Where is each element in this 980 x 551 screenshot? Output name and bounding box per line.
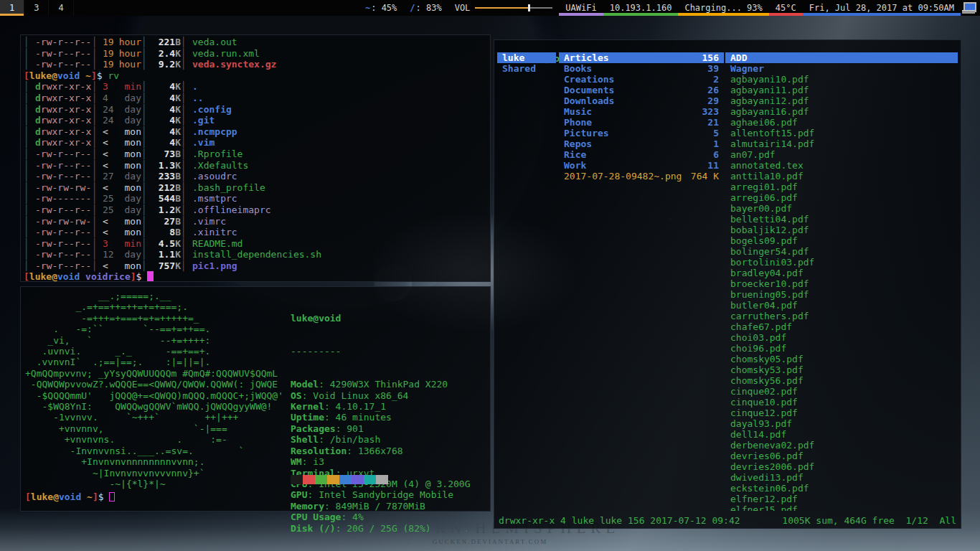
ranger-dir-row[interactable]: Articles156: [559, 52, 724, 63]
dir-name: Articles: [564, 52, 609, 63]
ranger-preview-file[interactable]: ADD: [725, 52, 958, 63]
ranger-preview-file[interactable]: an07.pdf: [725, 149, 958, 160]
ranger-preview-file[interactable]: devries06.pdf: [725, 451, 958, 461]
ranger-parent-item[interactable]: Shared: [497, 63, 556, 74]
ranger-preview-file[interactable]: chomsky56.pdf: [725, 375, 958, 386]
ranger-preview-file[interactable]: agbayani11.pdf: [725, 85, 958, 95]
ranger-preview-file[interactable]: chomsky05.pdf: [725, 354, 958, 364]
ranger-preview-file[interactable]: anttila10.pdf: [725, 171, 958, 182]
workspace-button-3[interactable]: 3: [24, 0, 49, 16]
ranger-dir-row[interactable]: Books39: [559, 63, 724, 74]
workspace-button-1[interactable]: 1: [0, 0, 24, 16]
ranger-preview-file[interactable]: broecker10.pdf: [725, 278, 958, 289]
ranger-preview-file[interactable]: agbayani16.pdf: [725, 106, 958, 117]
ranger-preview-file[interactable]: eckstein06.pdf: [725, 483, 958, 494]
ranger-preview-file[interactable]: chomsky53.pdf: [725, 364, 958, 375]
ranger-preview-file[interactable]: elfner12.pdf: [725, 494, 958, 504]
ranger-dir-row[interactable]: Work11: [559, 160, 724, 171]
ranger-preview-file[interactable]: derbeneva02.pdf: [725, 440, 958, 451]
ranger-preview-file[interactable]: annotated.tex: [725, 160, 958, 171]
ranger-image-file-row[interactable]: 2017-07-28-09482~.png764 K: [559, 171, 724, 182]
ranger-preview-file[interactable]: allentoft15.pdf: [725, 128, 958, 138]
ranger-preview-file[interactable]: bobaljik12.pdf: [725, 225, 958, 235]
file-permissions: -rw-r--r--: [35, 160, 92, 171]
ranger-preview-file[interactable]: arregi06.pdf: [725, 192, 958, 203]
ranger-preview-file[interactable]: chafe67.pdf: [725, 321, 958, 332]
shell-prompt-line[interactable]: [luke@void voidrice]$: [24, 271, 489, 283]
file-name: .config: [187, 104, 232, 116]
ranger-preview-file[interactable]: choi96.pdf: [725, 343, 958, 354]
ranger-dir-row[interactable]: Music323: [559, 106, 724, 117]
ranger-preview-file[interactable]: bolinger54.pdf: [725, 246, 958, 257]
text-cursor[interactable]: [147, 271, 154, 281]
computer-tray-icon[interactable]: [962, 2, 976, 14]
root-disk-block: /: 83%: [403, 0, 448, 16]
terminal-window-ls[interactable]: │ -rw-r--r--│19hour│221B│veda.out│ -rw-r…: [20, 34, 491, 282]
dir-count: 26: [707, 85, 719, 95]
ranger-parent-item[interactable]: luke: [497, 52, 556, 63]
ranger-preview-file[interactable]: aghaei06.pdf: [725, 117, 958, 128]
ranger-preview-file[interactable]: almutairi14.pdf: [725, 138, 958, 149]
ranger-preview-file[interactable]: cinque10.pdf: [725, 397, 958, 408]
ranger-dir-row[interactable]: Creations2: [559, 74, 724, 85]
shell-prompt-line[interactable]: [luke@void ~]$ rv: [24, 70, 489, 82]
ranger-dir-row[interactable]: Pictures5: [559, 128, 724, 138]
ranger-preview-file[interactable]: bradley04.pdf: [725, 268, 958, 278]
file-name: Wagner: [730, 63, 764, 74]
ranger-preview-file[interactable]: bogels09.pdf: [725, 235, 958, 246]
volume-slider-handle[interactable]: [528, 4, 530, 11]
ranger-dir-row[interactable]: Rice6: [559, 149, 724, 160]
ranger-preview-file[interactable]: arregi01.pdf: [725, 182, 958, 192]
ranger-preview-file[interactable]: devries2006.pdf: [725, 461, 958, 472]
ranger-preview-dir[interactable]: Wagner: [725, 63, 958, 74]
ranger-preview-file[interactable]: cinque02.pdf: [725, 386, 958, 397]
file-name: butler04.pdf: [730, 300, 798, 311]
terminal-window-neofetch[interactable]: __.;=====;.__ _.=+==++=++=+=+===;. -=+++…: [20, 286, 491, 512]
file-name: cinque12.pdf: [730, 408, 798, 418]
neofetch-info: luke@void --------- Model: 4290W3X Think…: [291, 291, 470, 551]
file-name: annotated.tex: [730, 160, 804, 171]
dir-count: 5: [713, 128, 719, 138]
ranger-preview-file[interactable]: belletti04.pdf: [725, 214, 958, 225]
ranger-dir-row[interactable]: Phone21: [559, 117, 724, 128]
ranger-preview-file[interactable]: butler04.pdf: [725, 300, 958, 311]
shell-prompt-line[interactable]: [luke@void ~]$: [25, 491, 115, 502]
ranger-preview-file[interactable]: dell14.pdf: [725, 429, 958, 440]
ranger-window[interactable]: luke@void ~/Articles lukeShared Articles…: [494, 39, 961, 529]
i3-status-bar: 134 ~: 45% /: 83% VOL UAWiFi10.193.1.160…: [0, 0, 980, 16]
ls-row: │ -rw-rw-rw-│<mon│212B│.bash_profile: [24, 182, 489, 194]
ranger-dir-row[interactable]: Repos1: [559, 138, 724, 149]
file-name: install_dependencies.sh: [187, 249, 321, 260]
ranger-dir-row[interactable]: Documents26: [559, 85, 724, 95]
ranger-preview-file[interactable]: dayal93.pdf: [725, 418, 958, 429]
file-name: agbayani16.pdf: [730, 106, 809, 117]
ranger-dir-row[interactable]: Downloads29: [559, 95, 724, 106]
wifi-signal-block: ~: 45%: [359, 0, 403, 16]
dir-count: 1: [713, 138, 719, 149]
ranger-preview-file[interactable]: dwivedi13.pdf: [725, 472, 958, 483]
ranger-preview-file[interactable]: agbayani10.pdf: [725, 74, 958, 85]
file-size: 4K: [147, 137, 181, 149]
ranger-preview-file[interactable]: agbayani12.pdf: [725, 95, 958, 106]
file-permissions: -rw-r--r--: [35, 260, 92, 272]
file-size: 221B: [147, 37, 181, 48]
ranger-preview-file[interactable]: bortolini03.pdf: [725, 257, 958, 268]
color-swatch-7: [376, 475, 388, 484]
file-permissions: drwxr-xr-x: [35, 115, 92, 126]
ranger-preview-file[interactable]: cinque12.pdf: [725, 408, 958, 418]
ranger-preview-file[interactable]: elfner15.pdf: [725, 504, 958, 511]
ranger-preview-file[interactable]: carruthers.pdf: [725, 311, 958, 321]
ranger-preview-file[interactable]: bayer00.pdf: [725, 203, 958, 214]
ls-row: │ -rw-r--r--│3min│4.5K│README.md: [24, 238, 489, 250]
dir-count: 29: [707, 95, 719, 106]
workspace-button-4[interactable]: 4: [49, 0, 73, 16]
statusbar-block-4: Fri, Jul 28, 2017 at 09:50AM: [803, 0, 961, 16]
file-name: cinque02.pdf: [730, 386, 798, 397]
file-mtime: <mon: [98, 182, 141, 194]
ranger-preview-file[interactable]: choi03.pdf: [725, 332, 958, 343]
text-cursor[interactable]: [109, 492, 115, 501]
ranger-preview-file[interactable]: bruening05.pdf: [725, 289, 958, 300]
file-mtime: <mon: [98, 227, 141, 238]
volume-slider[interactable]: [475, 7, 552, 9]
neofetch-info-line: Shell: /bin/bash: [291, 434, 470, 445]
